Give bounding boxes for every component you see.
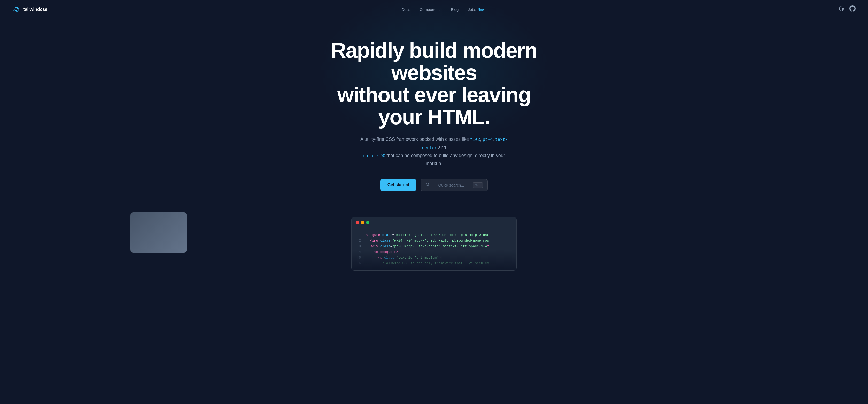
preview-card	[130, 212, 187, 253]
github-icon[interactable]	[849, 5, 856, 13]
quick-search-bar[interactable]: Quick search... ⌘ K	[421, 179, 488, 191]
code-rotate: rotate-90	[363, 154, 385, 158]
hero-actions: Get started Quick search... ⌘ K	[380, 179, 488, 191]
nav-docs[interactable]: Docs	[401, 7, 410, 11]
hero-section: Rapidly build modern websites without ev…	[0, 19, 868, 207]
code-flex: flex	[470, 137, 480, 142]
tailwind-logo-icon	[12, 5, 21, 13]
nav-jobs[interactable]: Jobs	[468, 7, 476, 11]
theme-toggle-button[interactable]	[839, 6, 844, 13]
nav-jobs-container: Jobs New	[468, 7, 485, 11]
code-fade-overlay	[351, 250, 517, 271]
hero-title: Rapidly build modern websites without ev…	[318, 39, 550, 128]
code-line-2: 2 <img class="w-24 h-24 md:w-48 md:h-aut…	[351, 238, 517, 244]
code-editor-header	[351, 217, 517, 228]
nav-blog[interactable]: Blog	[451, 7, 459, 11]
code-editor-window: 1 <figure class="md:flex bg-slate-100 ro…	[351, 217, 517, 271]
search-keyboard-shortcut: ⌘ K	[473, 182, 483, 188]
svg-line-1	[428, 185, 429, 186]
search-placeholder-text: Quick search...	[432, 183, 470, 187]
code-line-3: 3 <div class="pt-6 md:p-8 text-center md…	[351, 244, 517, 249]
hero-subtitle: A utility-first CSS framework packed wit…	[356, 135, 512, 167]
preview-card-image	[130, 212, 187, 253]
logo[interactable]: tailwindcss	[12, 5, 48, 13]
window-dot-red	[356, 221, 359, 224]
window-dot-yellow	[361, 221, 364, 224]
navbar: tailwindcss Docs Components Blog Jobs Ne…	[0, 0, 868, 19]
code-pt4: pt-4	[483, 137, 493, 142]
nav-components[interactable]: Components	[420, 7, 441, 11]
nav-actions	[839, 5, 856, 13]
code-line-1: 1 <figure class="md:flex bg-slate-100 ro…	[351, 232, 517, 238]
get-started-button[interactable]: Get started	[380, 179, 416, 191]
jobs-new-badge: New	[478, 7, 485, 11]
window-dot-green	[366, 221, 369, 224]
nav-links: Docs Components Blog Jobs New	[401, 7, 485, 11]
search-icon	[426, 182, 430, 188]
logo-text: tailwindcss	[23, 7, 48, 12]
